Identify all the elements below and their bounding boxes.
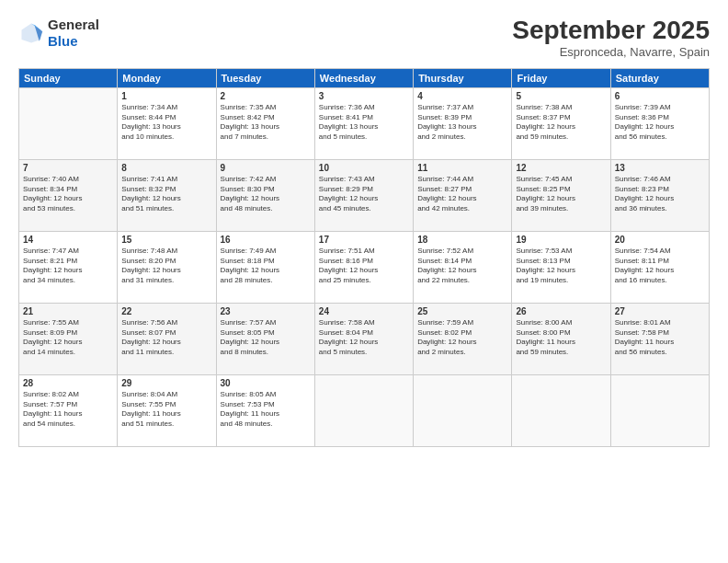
calendar-cell: 26Sunrise: 8:00 AM Sunset: 8:00 PM Dayli… (512, 303, 610, 374)
cell-info: Sunrise: 7:38 AM Sunset: 8:37 PM Dayligh… (516, 103, 606, 143)
cell-info: Sunrise: 7:55 AM Sunset: 8:09 PM Dayligh… (23, 318, 113, 358)
calendar-cell (512, 374, 610, 446)
calendar-cell: 19Sunrise: 7:53 AM Sunset: 8:13 PM Dayli… (512, 231, 610, 303)
location-subtitle: Espronceda, Navarre, Spain (512, 45, 710, 59)
calendar-week-row: 7Sunrise: 7:40 AM Sunset: 8:34 PM Daylig… (19, 159, 710, 231)
day-number: 28 (23, 378, 113, 388)
cell-info: Sunrise: 7:58 AM Sunset: 8:04 PM Dayligh… (319, 318, 409, 358)
day-number: 16 (221, 235, 311, 245)
calendar-cell: 13Sunrise: 7:46 AM Sunset: 8:23 PM Dayli… (610, 159, 709, 231)
cell-info: Sunrise: 7:36 AM Sunset: 8:41 PM Dayligh… (319, 103, 409, 143)
calendar-cell: 25Sunrise: 7:59 AM Sunset: 8:02 PM Dayli… (414, 303, 512, 374)
calendar-cell: 12Sunrise: 7:45 AM Sunset: 8:25 PM Dayli… (512, 159, 610, 231)
cell-info: Sunrise: 7:39 AM Sunset: 8:36 PM Dayligh… (615, 103, 705, 143)
calendar-cell: 4Sunrise: 7:37 AM Sunset: 8:39 PM Daylig… (414, 87, 512, 159)
calendar-week-row: 28Sunrise: 8:02 AM Sunset: 7:57 PM Dayli… (19, 374, 710, 446)
title-block: September 2025 Espronceda, Navarre, Spai… (512, 17, 710, 59)
calendar-cell: 27Sunrise: 8:01 AM Sunset: 7:58 PM Dayli… (610, 303, 709, 374)
day-number: 14 (23, 235, 113, 245)
cell-info: Sunrise: 7:52 AM Sunset: 8:14 PM Dayligh… (417, 247, 507, 286)
calendar-cell: 1Sunrise: 7:34 AM Sunset: 8:44 PM Daylig… (118, 87, 216, 159)
calendar-cell: 16Sunrise: 7:49 AM Sunset: 8:18 PM Dayli… (216, 231, 314, 303)
cell-info: Sunrise: 7:46 AM Sunset: 8:23 PM Dayligh… (615, 175, 705, 214)
calendar-cell: 14Sunrise: 7:47 AM Sunset: 8:21 PM Dayli… (19, 231, 118, 303)
logo-general: General (48, 17, 99, 32)
calendar-table: SundayMondayTuesdayWednesdayThursdayFrid… (18, 68, 710, 447)
day-number: 10 (319, 163, 409, 173)
day-number: 26 (516, 306, 606, 316)
day-number: 27 (615, 306, 705, 316)
cell-info: Sunrise: 7:37 AM Sunset: 8:39 PM Dayligh… (417, 103, 507, 143)
calendar-cell: 11Sunrise: 7:44 AM Sunset: 8:27 PM Dayli… (414, 159, 512, 231)
cell-info: Sunrise: 7:59 AM Sunset: 8:02 PM Dayligh… (417, 318, 507, 358)
header: General Blue September 2025 Espronceda, … (18, 17, 710, 59)
calendar-cell (610, 374, 709, 446)
calendar-cell: 10Sunrise: 7:43 AM Sunset: 8:29 PM Dayli… (314, 159, 413, 231)
calendar-header-saturday: Saturday (610, 68, 709, 87)
calendar-header-row: SundayMondayTuesdayWednesdayThursdayFrid… (19, 68, 710, 87)
day-number: 8 (121, 163, 211, 173)
day-number: 7 (23, 163, 113, 173)
calendar-cell: 29Sunrise: 8:04 AM Sunset: 7:55 PM Dayli… (118, 374, 216, 446)
day-number: 22 (121, 306, 211, 316)
calendar-header-friday: Friday (512, 68, 610, 87)
day-number: 24 (319, 306, 409, 316)
calendar-cell: 3Sunrise: 7:36 AM Sunset: 8:41 PM Daylig… (314, 87, 413, 159)
logo-icon (18, 20, 44, 46)
day-number: 29 (121, 378, 211, 388)
calendar-header-tuesday: Tuesday (216, 68, 314, 87)
cell-info: Sunrise: 7:51 AM Sunset: 8:16 PM Dayligh… (319, 247, 409, 286)
cell-info: Sunrise: 7:56 AM Sunset: 8:07 PM Dayligh… (121, 318, 211, 358)
cell-info: Sunrise: 8:01 AM Sunset: 7:58 PM Dayligh… (615, 318, 705, 358)
calendar-cell: 17Sunrise: 7:51 AM Sunset: 8:16 PM Dayli… (314, 231, 413, 303)
cell-info: Sunrise: 7:41 AM Sunset: 8:32 PM Dayligh… (121, 175, 211, 214)
day-number: 12 (516, 163, 606, 173)
cell-info: Sunrise: 7:35 AM Sunset: 8:42 PM Dayligh… (221, 103, 311, 143)
calendar-week-row: 1Sunrise: 7:34 AM Sunset: 8:44 PM Daylig… (19, 87, 710, 159)
cell-info: Sunrise: 8:05 AM Sunset: 7:53 PM Dayligh… (221, 390, 311, 430)
calendar-cell (314, 374, 413, 446)
day-number: 13 (615, 163, 705, 173)
calendar-header-wednesday: Wednesday (314, 68, 413, 87)
calendar-cell: 28Sunrise: 8:02 AM Sunset: 7:57 PM Dayli… (19, 374, 118, 446)
calendar-cell (414, 374, 512, 446)
cell-info: Sunrise: 7:48 AM Sunset: 8:20 PM Dayligh… (121, 247, 211, 286)
day-number: 25 (417, 306, 507, 316)
day-number: 30 (221, 378, 311, 388)
day-number: 17 (319, 235, 409, 245)
cell-info: Sunrise: 8:00 AM Sunset: 8:00 PM Dayligh… (516, 318, 606, 358)
cell-info: Sunrise: 7:49 AM Sunset: 8:18 PM Dayligh… (221, 247, 311, 286)
calendar-cell: 21Sunrise: 7:55 AM Sunset: 8:09 PM Dayli… (19, 303, 118, 374)
cell-info: Sunrise: 7:53 AM Sunset: 8:13 PM Dayligh… (516, 247, 606, 286)
calendar-header-thursday: Thursday (414, 68, 512, 87)
day-number: 6 (615, 91, 705, 101)
cell-info: Sunrise: 7:54 AM Sunset: 8:11 PM Dayligh… (615, 247, 705, 286)
calendar-cell: 9Sunrise: 7:42 AM Sunset: 8:30 PM Daylig… (216, 159, 314, 231)
calendar-cell: 20Sunrise: 7:54 AM Sunset: 8:11 PM Dayli… (610, 231, 709, 303)
day-number: 1 (121, 91, 211, 101)
calendar-cell: 8Sunrise: 7:41 AM Sunset: 8:32 PM Daylig… (118, 159, 216, 231)
calendar-cell: 24Sunrise: 7:58 AM Sunset: 8:04 PM Dayli… (314, 303, 413, 374)
calendar-cell: 6Sunrise: 7:39 AM Sunset: 8:36 PM Daylig… (610, 87, 709, 159)
calendar-cell: 18Sunrise: 7:52 AM Sunset: 8:14 PM Dayli… (414, 231, 512, 303)
day-number: 4 (417, 91, 507, 101)
cell-info: Sunrise: 8:04 AM Sunset: 7:55 PM Dayligh… (121, 390, 211, 430)
calendar-week-row: 21Sunrise: 7:55 AM Sunset: 8:09 PM Dayli… (19, 303, 710, 374)
calendar-cell: 30Sunrise: 8:05 AM Sunset: 7:53 PM Dayli… (216, 374, 314, 446)
logo-text: General Blue (48, 17, 99, 50)
day-number: 11 (417, 163, 507, 173)
calendar-cell: 23Sunrise: 7:57 AM Sunset: 8:05 PM Dayli… (216, 303, 314, 374)
calendar-cell: 15Sunrise: 7:48 AM Sunset: 8:20 PM Dayli… (118, 231, 216, 303)
cell-info: Sunrise: 7:40 AM Sunset: 8:34 PM Dayligh… (23, 175, 113, 214)
calendar-body: 1Sunrise: 7:34 AM Sunset: 8:44 PM Daylig… (19, 87, 710, 446)
day-number: 19 (516, 235, 606, 245)
calendar-header-monday: Monday (118, 68, 216, 87)
calendar-cell: 2Sunrise: 7:35 AM Sunset: 8:42 PM Daylig… (216, 87, 314, 159)
cell-info: Sunrise: 7:57 AM Sunset: 8:05 PM Dayligh… (221, 318, 311, 358)
cell-info: Sunrise: 7:34 AM Sunset: 8:44 PM Dayligh… (121, 103, 211, 143)
cell-info: Sunrise: 7:43 AM Sunset: 8:29 PM Dayligh… (319, 175, 409, 214)
day-number: 9 (221, 163, 311, 173)
day-number: 18 (417, 235, 507, 245)
calendar-cell: 22Sunrise: 7:56 AM Sunset: 8:07 PM Dayli… (118, 303, 216, 374)
day-number: 3 (319, 91, 409, 101)
